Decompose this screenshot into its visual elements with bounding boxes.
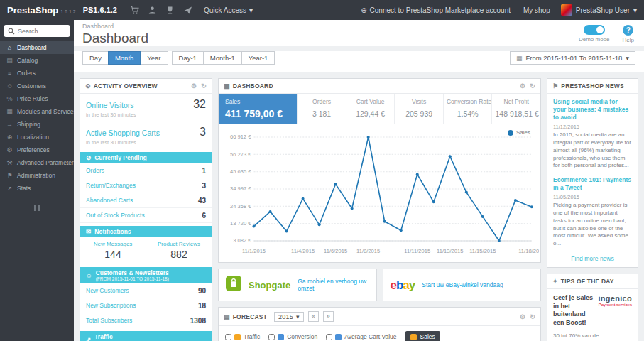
pending-orders-row[interactable]: Orders 1: [80, 163, 212, 178]
sidebar-item-orders[interactable]: ≡ Orders: [0, 67, 74, 80]
forecast-legend-traffic[interactable]: Traffic: [225, 333, 260, 340]
chart-legend[interactable]: Sales: [508, 129, 530, 136]
abandoned-carts-row[interactable]: Abandoned Carts 43: [80, 193, 212, 208]
sidebar-collapse-button[interactable]: [0, 205, 74, 211]
my-shop-label: My shop: [523, 6, 550, 14]
gear-icon[interactable]: ⚙: [191, 82, 197, 90]
prestashop-logo[interactable]: PrestaShop 1.6.1.2: [0, 5, 80, 16]
range-day-button[interactable]: Day: [82, 51, 109, 65]
shop-name[interactable]: PS1.6.1.2: [80, 6, 126, 14]
sidebar-item-price-rules[interactable]: % Price Rules: [0, 92, 74, 105]
search-input[interactable]: [18, 28, 66, 35]
gear-icon: ⚙: [6, 146, 13, 153]
conversion-checkbox[interactable]: [268, 334, 275, 340]
user-icon: ☺: [6, 82, 13, 90]
average-cart-value-checkbox[interactable]: [326, 334, 332, 340]
forecast-year-select[interactable]: 2015 ▾: [274, 312, 304, 322]
user-menu[interactable]: PrestaShop User ▾: [557, 4, 644, 16]
metric-cart-value[interactable]: Cart Value 129,44 €: [346, 94, 395, 124]
sidebar-item-dashboard[interactable]: ⌂ Dashboard: [0, 41, 74, 54]
sidebar-item-administration[interactable]: ⚑ Administration: [0, 169, 74, 182]
sidebar-item-advanced-parameters[interactable]: ⚒ Advanced Parameters: [0, 156, 74, 169]
online-visitors-link[interactable]: Online Visitors: [86, 101, 134, 109]
sidebar-item-shipping[interactable]: → Shipping: [0, 118, 74, 131]
brand-version: 1.6.1.2: [60, 9, 75, 14]
metric-visits[interactable]: Visits 205 939: [395, 94, 444, 124]
sidebar-item-modules[interactable]: ▦ Modules and Services: [0, 105, 74, 118]
sidebar-item-customers[interactable]: ☺ Customers: [0, 80, 74, 92]
globe-icon: ⊕: [361, 6, 366, 14]
online-visitors-row: Online Visitors 32: [80, 94, 212, 112]
plane-icon[interactable]: [179, 6, 197, 15]
cell-label: New Messages: [82, 241, 144, 247]
marketplace-link[interactable]: ⊕ Connect to PrestaShop Marketplace acco…: [354, 6, 517, 14]
sidebar-item-catalog[interactable]: ▤ Catalog: [0, 54, 74, 67]
news-item-title[interactable]: Using social media for your business: 4 …: [553, 98, 632, 121]
range-month-1-button[interactable]: Month-1: [203, 51, 242, 65]
date-range-picker[interactable]: ▦ From 2015-11-01 To 2015-11-18 ▾: [510, 51, 635, 65]
demo-mode-toggle[interactable]: [584, 25, 605, 35]
forecast-legend-conversion[interactable]: Conversion: [268, 333, 317, 340]
svg-text:3 082 €: 3 082 €: [233, 238, 251, 244]
forecast-legend-average-cart-value[interactable]: Average Cart Value: [326, 333, 396, 340]
activity-panel-actions: ⚙ ↻: [191, 82, 207, 90]
tips-panel-title: TIPS OF THE DAY: [561, 278, 614, 285]
pending-returns-row[interactable]: Return/Exchanges 3: [80, 178, 212, 193]
sidebar-item-preferences[interactable]: ⚙ Preferences: [0, 144, 74, 156]
news-item-title[interactable]: Ecommerce 101: Payments in a Tweet: [553, 176, 632, 192]
refresh-icon[interactable]: ↻: [530, 82, 535, 90]
product-reviews-cell[interactable]: Product Reviews 882: [146, 237, 212, 264]
range-day-1-button[interactable]: Day-1: [172, 51, 204, 65]
shopgate-module-ad[interactable]: Shopgate Ga mobiel en verhoog uw omzet: [218, 269, 377, 301]
out-of-stock-row[interactable]: Out of Stock Products 6: [80, 208, 212, 223]
sidebar-search[interactable]: [4, 25, 70, 37]
range-year-1-button[interactable]: Year-1: [241, 51, 275, 65]
help-button[interactable]: ?: [623, 25, 633, 36]
new-customers-row[interactable]: New Customers 90: [80, 283, 212, 298]
news-item[interactable]: Ecommerce 101: Payments in a Tweet 11/05…: [547, 172, 638, 250]
my-shop-link[interactable]: My shop: [517, 6, 557, 14]
customers-subtitle: (FROM 2015-11-01 TO 2015-11-18): [96, 276, 169, 281]
metric-sales[interactable]: Sales 411 759,00 €: [219, 94, 298, 124]
shopgate-link[interactable]: Ga mobiel en verhoog uw omzet: [298, 278, 369, 292]
globe-icon: ⊕: [6, 134, 13, 141]
next-year-button[interactable]: »: [323, 311, 334, 322]
news-item[interactable]: Using social media for your business: 4 …: [547, 94, 638, 172]
cart-icon[interactable]: [126, 6, 143, 15]
ingenico-logo[interactable]: ingenico Payment services: [598, 294, 632, 307]
range-year-button[interactable]: Year: [140, 51, 168, 65]
sales-line-chart[interactable]: 66 912 €56 273 €45 635 €34 997 €24 358 €…: [220, 127, 539, 259]
range-minus-button-group: Day-1 Month-1 Year-1: [172, 51, 275, 65]
previous-year-button[interactable]: «: [308, 311, 319, 322]
metric-orders[interactable]: Orders 3 181: [298, 94, 346, 124]
sidebar-item-stats[interactable]: ↗ Stats: [0, 182, 74, 195]
new-messages-cell[interactable]: New Messages 144: [80, 237, 146, 264]
new-subscriptions-row[interactable]: New Subscriptions 18: [80, 298, 212, 313]
gear-icon[interactable]: ⚙: [520, 82, 525, 90]
refresh-icon[interactable]: ↻: [201, 82, 207, 90]
metric-net-profit[interactable]: Net Profit 148 918,51 €: [492, 94, 540, 124]
ebay-module-ad[interactable]: ebay Start uw eBay-winkel vandaag: [383, 269, 542, 301]
trophy-icon[interactable]: [161, 6, 179, 15]
header-right: Demo mode ? Help: [579, 25, 634, 43]
kpi-metrics-row: Sales 411 759,00 € Orders 3 181 Cart Val…: [219, 94, 540, 124]
gear-icon[interactable]: ⚙: [520, 313, 525, 320]
ebay-link[interactable]: Start uw eBay-winkel vandaag: [422, 281, 503, 288]
refresh-icon[interactable]: ↻: [530, 313, 535, 320]
total-subscribers-row[interactable]: Total Subscribers 1308: [80, 313, 212, 328]
traffic-checkbox[interactable]: [225, 334, 231, 340]
breadcrumb[interactable]: Dashboard: [82, 23, 635, 30]
metric-value: 129,44 €: [349, 109, 392, 118]
active-carts-link[interactable]: Active Shopping Carts: [86, 129, 160, 137]
quick-access-menu[interactable]: Quick Access ▾: [197, 6, 260, 14]
sidebar-menu: ⌂ Dashboard ▤ Catalog ≡ Orders ☺ Custome…: [0, 41, 74, 195]
customer-icon[interactable]: [143, 6, 161, 15]
forecast-icon: ▤: [224, 313, 230, 320]
metric-conversion-rate[interactable]: Conversion Rate 1.54%: [444, 94, 493, 124]
ingenico-logo-text: ingenico: [598, 294, 632, 303]
sidebar-item-localization[interactable]: ⊕ Localization: [0, 131, 74, 144]
forecast-legend-sales-selected[interactable]: Sales: [405, 331, 440, 341]
find-more-news-link[interactable]: Find more news: [547, 250, 638, 267]
sidebar-item-label: Preferences: [17, 146, 50, 153]
range-month-button[interactable]: Month: [108, 51, 141, 65]
